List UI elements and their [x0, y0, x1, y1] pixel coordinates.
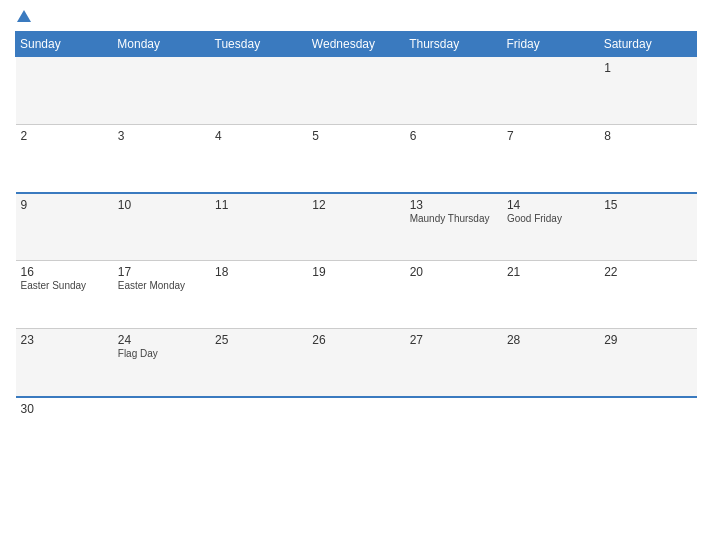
day-event: Maundy Thursday [410, 213, 497, 224]
day-number: 27 [410, 333, 497, 347]
calendar-cell-w1d4: 6 [405, 125, 502, 193]
week-row-1: 2345678 [16, 125, 697, 193]
calendar-cell-w5d4 [405, 397, 502, 465]
day-number: 28 [507, 333, 594, 347]
calendar-cell-w1d2: 4 [210, 125, 307, 193]
calendar-cell-w0d1 [113, 57, 210, 125]
calendar-cell-w4d2: 25 [210, 329, 307, 397]
calendar-cell-w3d6: 22 [599, 261, 696, 329]
day-number: 13 [410, 198, 497, 212]
day-number: 7 [507, 129, 594, 143]
weekday-header-friday: Friday [502, 32, 599, 57]
calendar-cell-w5d2 [210, 397, 307, 465]
weekday-header-wednesday: Wednesday [307, 32, 404, 57]
calendar-cell-w1d6: 8 [599, 125, 696, 193]
calendar-cell-w1d3: 5 [307, 125, 404, 193]
calendar-cell-w5d3 [307, 397, 404, 465]
calendar-cell-w5d6 [599, 397, 696, 465]
day-number: 29 [604, 333, 691, 347]
calendar-cell-w5d0: 30 [16, 397, 113, 465]
calendar-cell-w4d5: 28 [502, 329, 599, 397]
day-number: 18 [215, 265, 302, 279]
calendar-cell-w1d1: 3 [113, 125, 210, 193]
day-number: 17 [118, 265, 205, 279]
day-number: 19 [312, 265, 399, 279]
calendar-container: SundayMondayTuesdayWednesdayThursdayFrid… [0, 0, 712, 550]
weekday-header-row: SundayMondayTuesdayWednesdayThursdayFrid… [16, 32, 697, 57]
day-number: 3 [118, 129, 205, 143]
day-number: 15 [604, 198, 691, 212]
calendar-cell-w4d3: 26 [307, 329, 404, 397]
day-event: Flag Day [118, 348, 205, 359]
day-number: 14 [507, 198, 594, 212]
day-number: 23 [21, 333, 108, 347]
weekday-header-tuesday: Tuesday [210, 32, 307, 57]
day-number: 11 [215, 198, 302, 212]
week-row-0: 1 [16, 57, 697, 125]
logo [15, 10, 31, 23]
calendar-cell-w0d6: 1 [599, 57, 696, 125]
day-number: 4 [215, 129, 302, 143]
calendar-cell-w3d5: 21 [502, 261, 599, 329]
calendar-cell-w3d3: 19 [307, 261, 404, 329]
weekday-header-monday: Monday [113, 32, 210, 57]
calendar-cell-w0d3 [307, 57, 404, 125]
day-event: Good Friday [507, 213, 594, 224]
calendar-cell-w4d6: 29 [599, 329, 696, 397]
day-number: 25 [215, 333, 302, 347]
day-number: 21 [507, 265, 594, 279]
day-number: 1 [604, 61, 691, 75]
day-number: 6 [410, 129, 497, 143]
calendar-cell-w3d1: 17Easter Monday [113, 261, 210, 329]
calendar-cell-w2d6: 15 [599, 193, 696, 261]
calendar-cell-w3d4: 20 [405, 261, 502, 329]
day-number: 24 [118, 333, 205, 347]
day-number: 20 [410, 265, 497, 279]
weekday-header-sunday: Sunday [16, 32, 113, 57]
calendar-cell-w2d0: 9 [16, 193, 113, 261]
day-number: 9 [21, 198, 108, 212]
week-row-5: 30 [16, 397, 697, 465]
day-number: 2 [21, 129, 108, 143]
week-row-4: 2324Flag Day2526272829 [16, 329, 697, 397]
calendar-cell-w4d1: 24Flag Day [113, 329, 210, 397]
calendar-cell-w2d5: 14Good Friday [502, 193, 599, 261]
day-number: 16 [21, 265, 108, 279]
week-row-3: 16Easter Sunday17Easter Monday1819202122 [16, 261, 697, 329]
calendar-cell-w3d0: 16Easter Sunday [16, 261, 113, 329]
calendar-header [15, 10, 697, 23]
weekday-header-thursday: Thursday [405, 32, 502, 57]
calendar-table: SundayMondayTuesdayWednesdayThursdayFrid… [15, 31, 697, 465]
day-number: 26 [312, 333, 399, 347]
calendar-cell-w4d4: 27 [405, 329, 502, 397]
calendar-cell-w3d2: 18 [210, 261, 307, 329]
calendar-cell-w2d1: 10 [113, 193, 210, 261]
calendar-cell-w2d3: 12 [307, 193, 404, 261]
calendar-cell-w1d5: 7 [502, 125, 599, 193]
day-event: Easter Monday [118, 280, 205, 291]
calendar-cell-w5d1 [113, 397, 210, 465]
calendar-cell-w2d4: 13Maundy Thursday [405, 193, 502, 261]
day-number: 8 [604, 129, 691, 143]
calendar-cell-w0d2 [210, 57, 307, 125]
calendar-cell-w0d0 [16, 57, 113, 125]
day-number: 22 [604, 265, 691, 279]
day-number: 30 [21, 402, 108, 416]
calendar-cell-w4d0: 23 [16, 329, 113, 397]
calendar-cell-w1d0: 2 [16, 125, 113, 193]
calendar-cell-w0d5 [502, 57, 599, 125]
weekday-header-saturday: Saturday [599, 32, 696, 57]
day-number: 10 [118, 198, 205, 212]
day-number: 5 [312, 129, 399, 143]
calendar-cell-w0d4 [405, 57, 502, 125]
day-event: Easter Sunday [21, 280, 108, 291]
week-row-2: 910111213Maundy Thursday14Good Friday15 [16, 193, 697, 261]
day-number: 12 [312, 198, 399, 212]
logo-blue-row [15, 10, 31, 23]
calendar-cell-w2d2: 11 [210, 193, 307, 261]
calendar-cell-w5d5 [502, 397, 599, 465]
logo-triangle-icon [17, 10, 31, 22]
